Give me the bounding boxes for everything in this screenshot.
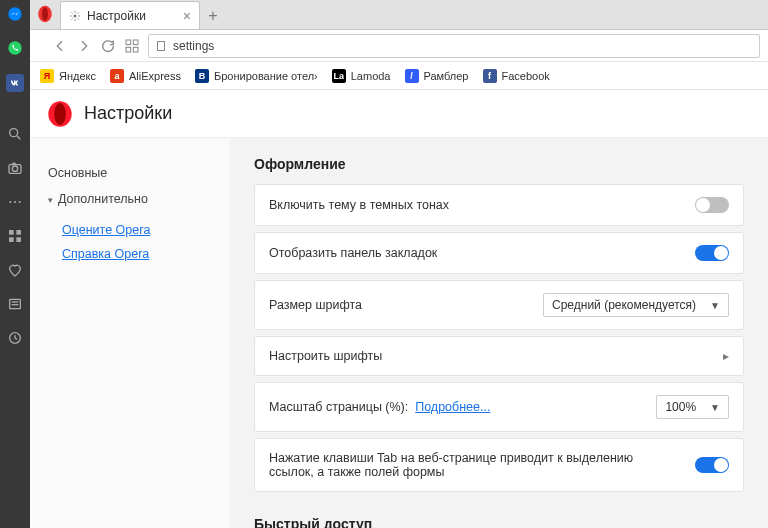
svg-rect-13 xyxy=(16,237,21,242)
news-icon[interactable] xyxy=(7,296,23,316)
svg-rect-11 xyxy=(16,230,21,235)
address-bar[interactable]: settings xyxy=(148,34,760,58)
bookmark-item[interactable]: aAliExpress xyxy=(110,69,181,83)
svg-rect-23 xyxy=(126,47,131,52)
svg-point-7 xyxy=(9,201,11,203)
svg-line-3 xyxy=(17,136,20,139)
browser-sidebar xyxy=(0,0,30,528)
bookmark-favicon: / xyxy=(405,69,419,83)
svg-point-27 xyxy=(54,102,66,124)
select-font-size[interactable]: Средний (рекомендуется) ▼ xyxy=(543,293,729,317)
page-icon xyxy=(155,40,167,52)
address-text: settings xyxy=(173,39,214,53)
svg-point-1 xyxy=(8,41,21,54)
page-header: Настройки xyxy=(30,90,768,138)
row-customize-fonts[interactable]: Настроить шрифты ▸ xyxy=(254,336,744,376)
row-tab-highlight[interactable]: Нажатие клавиши Tab на веб-странице прив… xyxy=(254,438,744,492)
page-title: Настройки xyxy=(84,103,172,124)
row-label: Настроить шрифты xyxy=(269,349,382,363)
tab-active[interactable]: Настройки × xyxy=(60,1,200,29)
tabstrip: Настройки × + xyxy=(30,0,768,30)
reload-button[interactable] xyxy=(100,38,116,54)
settings-pane: Оформление Включить тему в темных тонах … xyxy=(230,138,768,528)
section-speed-dial-title: Быстрый доступ xyxy=(254,516,744,528)
svg-rect-6 xyxy=(12,163,15,165)
row-label: Отобразить панель закладок xyxy=(269,246,437,260)
svg-point-8 xyxy=(14,201,16,203)
svg-point-2 xyxy=(10,129,18,137)
bookmark-favicon: La xyxy=(332,69,346,83)
whatsapp-icon[interactable] xyxy=(7,40,23,60)
opera-menu-button[interactable] xyxy=(30,0,60,29)
bookmark-favicon: a xyxy=(110,69,124,83)
home-button[interactable] xyxy=(124,38,140,54)
bookmark-label: Facebook xyxy=(502,70,550,82)
bookmark-item[interactable]: ЯЯндекс xyxy=(40,69,96,83)
bookmark-favicon: Я xyxy=(40,69,54,83)
gear-icon xyxy=(69,10,81,22)
forward-button[interactable] xyxy=(76,38,92,54)
bookmark-label: Яндекс xyxy=(59,70,96,82)
svg-point-20 xyxy=(74,14,77,17)
bookmark-label: Бронирование отел› xyxy=(214,70,318,82)
back-button[interactable] xyxy=(52,38,68,54)
toggle-dark-theme[interactable] xyxy=(695,197,729,213)
row-dark-theme[interactable]: Включить тему в темных тонах xyxy=(254,184,744,226)
bookmark-item[interactable]: BБронирование отел› xyxy=(195,69,318,83)
row-page-zoom[interactable]: Масштаб страницы (%): Подробнее... 100% … xyxy=(254,382,744,432)
settings-content: Основные Дополнительно Оцените Opera Спр… xyxy=(30,138,768,528)
search-icon[interactable] xyxy=(7,126,23,146)
row-font-size[interactable]: Размер шрифта Средний (рекомендуется) ▼ xyxy=(254,280,744,330)
bookmark-bar: ЯЯндексaAliExpressBБронирование отел›LaL… xyxy=(30,62,768,90)
speed-dial-icon[interactable] xyxy=(7,228,23,248)
svg-point-5 xyxy=(12,166,17,171)
chevron-down-icon: ▼ xyxy=(710,300,720,311)
chevron-right-icon: ▸ xyxy=(723,349,729,363)
svg-rect-22 xyxy=(133,40,138,45)
main-column: Настройки × + settings ЯЯндексaAliExpres… xyxy=(30,0,768,528)
select-zoom[interactable]: 100% ▼ xyxy=(656,395,729,419)
history-icon[interactable] xyxy=(7,330,23,350)
nav-basic[interactable]: Основные xyxy=(48,160,212,186)
bookmark-label: Lamoda xyxy=(351,70,391,82)
vk-icon[interactable] xyxy=(6,74,24,92)
row-label: Нажатие клавиши Tab на веб-странице прив… xyxy=(269,451,649,479)
nav-advanced[interactable]: Дополнительно xyxy=(48,186,212,212)
bookmark-favicon: f xyxy=(483,69,497,83)
svg-rect-10 xyxy=(9,230,14,235)
svg-point-0 xyxy=(8,7,21,20)
bookmark-item[interactable]: fFacebook xyxy=(483,69,550,83)
camera-icon[interactable] xyxy=(7,160,23,180)
navbar: settings xyxy=(30,30,768,62)
row-label: Размер шрифта xyxy=(269,298,362,312)
svg-rect-25 xyxy=(158,41,165,50)
svg-point-19 xyxy=(42,7,48,21)
toggle-tab-highlight[interactable] xyxy=(695,457,729,473)
row-label: Включить тему в темных тонах xyxy=(269,198,449,212)
bookmark-label: AliExpress xyxy=(129,70,181,82)
svg-rect-21 xyxy=(126,40,131,45)
nav-rate-opera[interactable]: Оцените Opera xyxy=(62,218,212,242)
nav-help-opera[interactable]: Справка Opera xyxy=(62,242,212,266)
svg-point-9 xyxy=(19,201,21,203)
chevron-down-icon: ▼ xyxy=(710,402,720,413)
row-label: Масштаб страницы (%): xyxy=(269,400,408,414)
bookmark-item[interactable]: /Рамблер xyxy=(405,69,469,83)
zoom-more-link[interactable]: Подробнее... xyxy=(415,400,490,414)
new-tab-button[interactable]: + xyxy=(200,3,226,29)
bookmark-item[interactable]: LaLamoda xyxy=(332,69,391,83)
svg-rect-12 xyxy=(9,237,14,242)
toggle-show-bookmarks[interactable] xyxy=(695,245,729,261)
messenger-icon[interactable] xyxy=(7,6,23,26)
heart-icon[interactable] xyxy=(7,262,23,282)
settings-nav: Основные Дополнительно Оцените Opera Спр… xyxy=(30,138,230,528)
tab-title: Настройки xyxy=(87,9,146,23)
ellipsis-icon[interactable] xyxy=(7,194,23,214)
bookmark-label: Рамблер xyxy=(424,70,469,82)
opera-logo-icon xyxy=(46,100,74,128)
row-show-bookmarks[interactable]: Отобразить панель закладок xyxy=(254,232,744,274)
svg-rect-24 xyxy=(133,47,138,52)
bookmark-favicon: B xyxy=(195,69,209,83)
tab-close-icon[interactable]: × xyxy=(183,8,191,24)
section-appearance-title: Оформление xyxy=(254,156,744,172)
